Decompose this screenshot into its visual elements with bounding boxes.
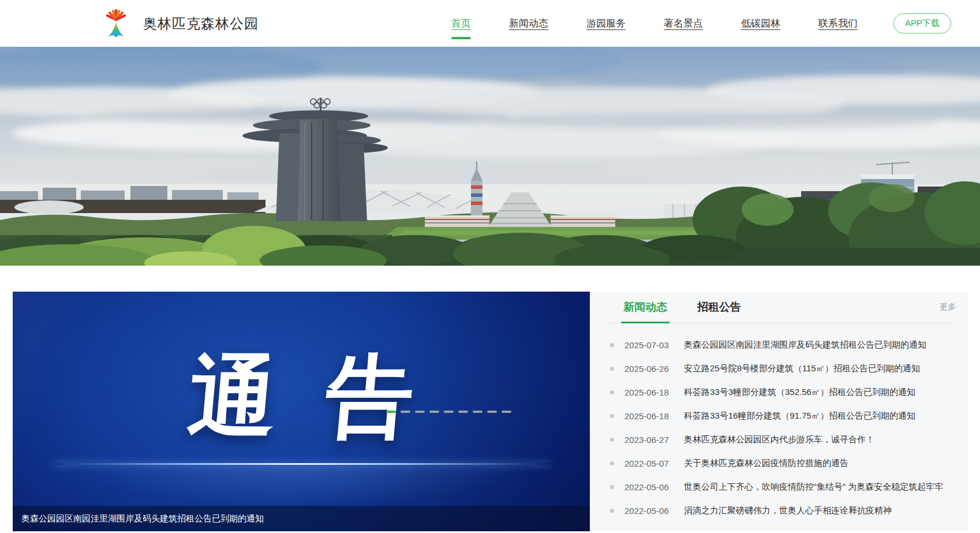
news-item-date: 2025-07-03 [624, 340, 674, 350]
bullet-icon [610, 461, 614, 465]
news-item[interactable]: 2025-07-03 奥森公园园区南园洼里湖围岸及码头建筑招租公告已到期的通知 [606, 333, 956, 357]
bullet-icon [610, 485, 614, 489]
news-item-title[interactable]: 科荟路33号16幢部分建筑（91.75㎡）招租公告已到期的通知 [684, 411, 915, 422]
news-item-title[interactable]: 世奥公司上下齐心，吹响疫情防控“集结号” 为奥森安全稳定筑起牢牢 [684, 482, 943, 493]
news-item-title[interactable]: 科荟路33号3幢部分建筑（352.56㎡）招租公告已到期的通知 [684, 387, 915, 398]
news-item[interactable]: 2023-06-27 奥林匹克森林公园园区内代步游乐车，诚寻合作！ [606, 428, 956, 452]
news-item-date: 2022-05-06 [624, 482, 674, 492]
news-item-title[interactable]: 关于奥林匹克森林公园疫情防控措施的通告 [684, 458, 848, 469]
carousel-indicator[interactable] [473, 411, 482, 413]
carousel-indicator[interactable] [401, 411, 410, 413]
carousel-indicator[interactable] [415, 411, 425, 413]
nav-item-contact[interactable]: 联系我们 [818, 17, 858, 30]
news-item-date: 2025-06-18 [624, 387, 674, 397]
carousel-indicator[interactable] [386, 411, 396, 413]
nav-item-attractions[interactable]: 著名景点 [664, 17, 703, 30]
news-item-date: 2023-06-27 [624, 435, 674, 445]
bullet-icon [610, 390, 614, 394]
carousel-indicator[interactable] [444, 411, 454, 413]
news-item[interactable]: 2022-05-07 关于奥林匹克森林公园疫情防控措施的通告 [606, 452, 956, 475]
logo-link[interactable]: 奥林匹克森林公园 [103, 9, 259, 39]
news-item[interactable]: 2022-05-06 涓滴之力汇聚磅礴伟力，世奥人心手相连诠释抗疫精神 [606, 499, 956, 523]
bullet-icon [610, 343, 614, 347]
main-section: 通告 奥森公园园区南园洼里湖围岸及码头建筑招租公告已到期的通知 新闻动态 招租公… [13, 292, 968, 531]
hero-photo [0, 47, 980, 266]
tab-news[interactable]: 新闻动态 [623, 292, 667, 323]
bullet-icon [610, 438, 614, 442]
nav-item-lowcarbon[interactable]: 低碳园林 [741, 17, 780, 30]
nav-item-home[interactable]: 首页 [451, 17, 471, 30]
carousel-indicator[interactable] [429, 411, 439, 413]
news-item-title[interactable]: 奥林匹克森林公园园区内代步游乐车，诚寻合作！ [684, 434, 874, 445]
news-item[interactable]: 2025-06-18 科荟路33号16幢部分建筑（91.75㎡）招租公告已到期的… [606, 404, 956, 428]
carousel-indicator[interactable] [458, 411, 468, 413]
nav-item-services[interactable]: 游园服务 [586, 17, 626, 30]
news-item-title[interactable]: 涓滴之力汇聚磅礴伟力，世奥人心手相连诠释抗疫精神 [684, 505, 892, 516]
park-fountain-logo-icon [103, 9, 129, 39]
carousel-indicator[interactable] [487, 411, 497, 413]
carousel-caption-bar: 奥森公园园区南园洼里湖围岸及码头建筑招租公告已到期的通知 [13, 506, 590, 531]
slide-headline: 通告 [135, 338, 468, 456]
news-panel: 新闻动态 招租公告 更多 2025-07-03 奥森公园园区南园洼里湖围岸及码头… [590, 292, 968, 531]
news-item[interactable]: 2022-05-06 世奥公司上下齐心，吹响疫情防控“集结号” 为奥森安全稳定筑… [606, 475, 956, 499]
news-item-title[interactable]: 安立路25号院8号楼部分建筑（115㎡）招租公告已到期的通知 [684, 363, 920, 374]
lawn-stripe [399, 230, 745, 235]
site-title: 奥林匹克森林公园 [143, 14, 259, 33]
carousel-caption[interactable]: 奥森公园园区南园洼里湖围岸及码头建筑招租公告已到期的通知 [21, 513, 264, 524]
bullet-icon [610, 367, 614, 371]
news-item[interactable]: 2025-06-18 科荟路33号3幢部分建筑（352.56㎡）招租公告已到期的… [606, 381, 956, 404]
app-download-button[interactable]: APP下载 [893, 13, 951, 33]
news-item[interactable]: 2025-06-26 安立路25号院8号楼部分建筑（115㎡）招租公告已到期的通… [606, 357, 956, 381]
news-tabs: 新闻动态 招租公告 更多 [606, 292, 956, 323]
carousel-indicator[interactable] [502, 411, 511, 413]
more-link[interactable]: 更多 [940, 302, 956, 312]
news-item-date: 2022-05-06 [624, 506, 674, 516]
news-item-date: 2025-06-18 [624, 411, 674, 421]
bullet-icon [610, 509, 614, 513]
carousel-indicators [386, 411, 511, 413]
news-item-title[interactable]: 奥森公园园区南园洼里湖围岸及码头建筑招租公告已到期的通知 [684, 340, 926, 351]
nav-item-news[interactable]: 新闻动态 [509, 17, 548, 30]
notice-carousel-slide[interactable]: 通告 奥森公园园区南园洼里湖围岸及码头建筑招租公告已到期的通知 [13, 292, 590, 531]
bullet-icon [610, 414, 614, 418]
main-nav: 首页 新闻动态 游园服务 著名景点 低碳园林 联系我们 [451, 17, 858, 30]
news-item-date: 2025-06-26 [624, 364, 674, 374]
tab-rental-notices[interactable]: 招租公告 [697, 292, 741, 323]
slide-reflection [70, 465, 532, 506]
news-item-date: 2022-05-07 [624, 459, 674, 468]
clouds [0, 75, 980, 189]
site-header: 奥林匹克森林公园 首页 新闻动态 游园服务 著名景点 低碳园林 联系我们 APP… [0, 0, 980, 47]
slide-glow-line [53, 463, 549, 465]
news-list: 2025-07-03 奥森公园园区南园洼里湖围岸及码头建筑招租公告已到期的通知 … [606, 323, 956, 523]
